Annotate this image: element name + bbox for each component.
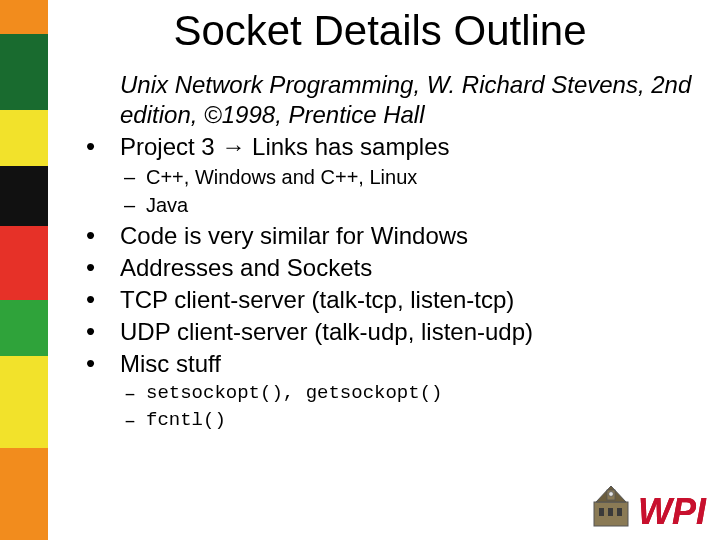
- subbullet-fcntl: fcntl(): [146, 409, 700, 433]
- svg-rect-1: [599, 508, 604, 516]
- bullet-tcp: TCP client-server (talk-tcp, listen-tcp): [120, 285, 700, 315]
- bullet-misc: Misc stuff: [120, 349, 700, 379]
- svg-rect-2: [608, 508, 613, 516]
- svg-rect-3: [617, 508, 622, 516]
- slide-content: Socket Details Outline Unix Network Prog…: [60, 8, 700, 540]
- stripe-segment: [0, 226, 48, 300]
- stripe-segment: [0, 448, 48, 540]
- slide-body: Unix Network Programming, W. Richard Ste…: [60, 70, 700, 433]
- wpi-seal-icon: [590, 484, 632, 530]
- wpi-logo: WPI: [590, 484, 706, 530]
- bullet-windows: Code is very similar for Windows: [120, 221, 700, 251]
- bullet-udp: UDP client-server (talk-udp, listen-udp): [120, 317, 700, 347]
- stripe-segment: [0, 356, 48, 448]
- svg-point-6: [609, 492, 614, 497]
- stripe-segment: [0, 110, 48, 166]
- bullet-project: Project 3 → Links has samples: [120, 132, 700, 162]
- slide-title: Socket Details Outline: [60, 8, 700, 54]
- subbullet-cpp: C++, Windows and C++, Linux: [146, 165, 700, 190]
- bullet-addresses: Addresses and Sockets: [120, 253, 700, 283]
- wpi-logo-text: WPI: [638, 494, 706, 530]
- stripe-segment: [0, 300, 48, 356]
- reference-text: Unix Network Programming, W. Richard Ste…: [120, 70, 700, 130]
- stripe-segment: [0, 34, 48, 110]
- stripe-segment: [0, 166, 48, 226]
- stripe-segment: [0, 0, 48, 34]
- subbullet-sockopt: setsockopt(), getsockopt(): [146, 382, 700, 406]
- subbullet-java: Java: [146, 193, 700, 218]
